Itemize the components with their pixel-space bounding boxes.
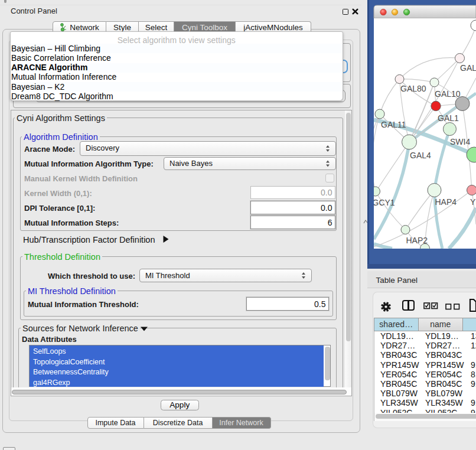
svg-text:GCY1: GCY1 <box>373 198 395 207</box>
svg-text:HAP2: HAP2 <box>406 236 428 245</box>
svg-text:GAL2: GAL2 <box>460 63 476 73</box>
svg-text:GAL1: GAL1 <box>438 113 459 123</box>
svg-text:GAL10: GAL10 <box>435 89 461 99</box>
svg-text:SWI4: SWI4 <box>450 137 470 146</box>
svg-text:YD: YD <box>470 197 476 207</box>
svg-text:GAL11: GAL11 <box>381 120 406 129</box>
svg-text:HAP4: HAP4 <box>435 197 457 207</box>
svg-text:GAL80: GAL80 <box>400 84 426 93</box>
svg-text:GAL4: GAL4 <box>410 151 431 160</box>
